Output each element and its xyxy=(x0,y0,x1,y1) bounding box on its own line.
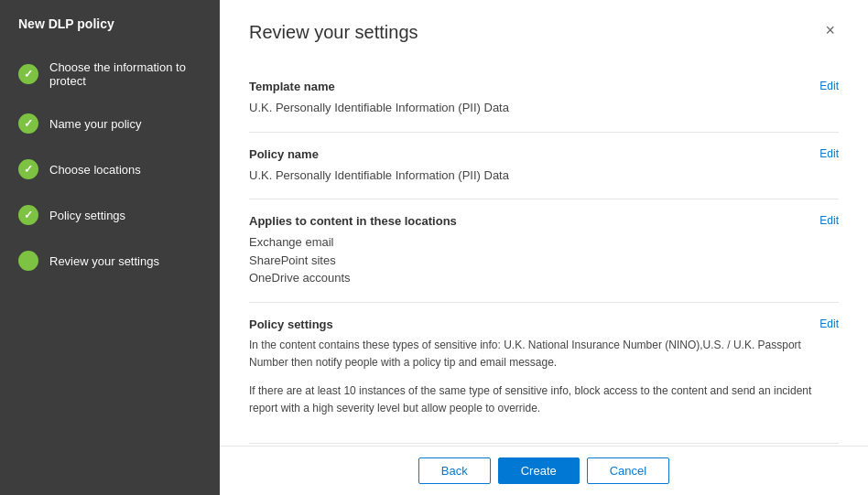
close-button[interactable]: × xyxy=(821,22,839,38)
main-body: Template name Edit U.K. Personally Ident… xyxy=(220,58,868,446)
main-panel: Review your settings × Template name Edi… xyxy=(220,0,868,495)
locations-title: Applies to content in these locations xyxy=(249,214,457,228)
sidebar: New DLP policy Choose the information to… xyxy=(0,0,220,495)
template-name-value: U.K. Personally Identifiable Information… xyxy=(249,99,839,117)
policy-settings-section: Policy settings Edit In the content cont… xyxy=(249,303,839,445)
sidebar-label-review-settings: Review your settings xyxy=(49,254,159,268)
sidebar-title: New DLP policy xyxy=(0,0,220,48)
cancel-button[interactable]: Cancel xyxy=(587,457,669,484)
policy-settings-header: Policy settings Edit xyxy=(249,317,839,331)
template-name-section: Template name Edit U.K. Personally Ident… xyxy=(249,65,839,133)
sidebar-label-choose-locations: Choose locations xyxy=(49,163,141,177)
policy-settings-title: Policy settings xyxy=(249,317,333,331)
locations-values: Exchange email SharePoint sites OneDrive… xyxy=(249,233,839,287)
policy-name-section: Policy name Edit U.K. Personally Identif… xyxy=(249,133,839,200)
main-header: Review your settings × xyxy=(220,0,868,58)
policy-name-value: U.K. Personally Identifiable Information… xyxy=(249,167,839,185)
policy-name-title: Policy name xyxy=(249,147,319,161)
policy-settings-edit[interactable]: Edit xyxy=(819,317,839,330)
policy-name-header: Policy name Edit xyxy=(249,147,839,161)
template-name-header: Template name Edit xyxy=(249,80,839,93)
policy-desc-2: If there are at least 10 instances of th… xyxy=(249,382,839,417)
location-exchange: Exchange email xyxy=(249,233,839,252)
sidebar-item-choose-locations[interactable]: Choose locations xyxy=(0,146,220,192)
policy-name-edit[interactable]: Edit xyxy=(819,147,839,160)
template-name-title: Template name xyxy=(249,80,335,93)
sidebar-item-policy-settings[interactable]: Policy settings xyxy=(0,192,220,238)
sidebar-label-policy-settings: Policy settings xyxy=(49,209,125,222)
sidebar-item-choose-info[interactable]: Choose the information to protect xyxy=(0,48,220,101)
step-icon-name-policy xyxy=(18,113,38,134)
main-footer: Back Create Cancel xyxy=(220,446,868,495)
step-icon-policy-settings xyxy=(18,205,38,225)
step-icon-choose-info xyxy=(18,64,38,84)
locations-section: Applies to content in these locations Ed… xyxy=(249,199,839,303)
locations-header: Applies to content in these locations Ed… xyxy=(249,214,839,228)
step-icon-review-settings xyxy=(18,251,38,271)
sidebar-item-review-settings[interactable]: Review your settings xyxy=(0,238,220,284)
policy-desc-1: In the content contains these types of s… xyxy=(249,337,839,371)
template-name-edit[interactable]: Edit xyxy=(819,80,839,92)
location-sharepoint: SharePoint sites xyxy=(249,252,839,270)
sidebar-item-name-policy[interactable]: Name your policy xyxy=(0,101,220,146)
sidebar-label-name-policy: Name your policy xyxy=(49,117,141,131)
step-icon-choose-locations xyxy=(18,159,38,179)
sidebar-label-choose-info: Choose the information to protect xyxy=(49,60,201,88)
locations-edit[interactable]: Edit xyxy=(819,214,839,227)
location-onedrive: OneDrive accounts xyxy=(249,269,839,287)
back-button[interactable]: Back xyxy=(418,457,491,484)
page-title: Review your settings xyxy=(249,22,418,43)
create-button[interactable]: Create xyxy=(498,457,580,484)
